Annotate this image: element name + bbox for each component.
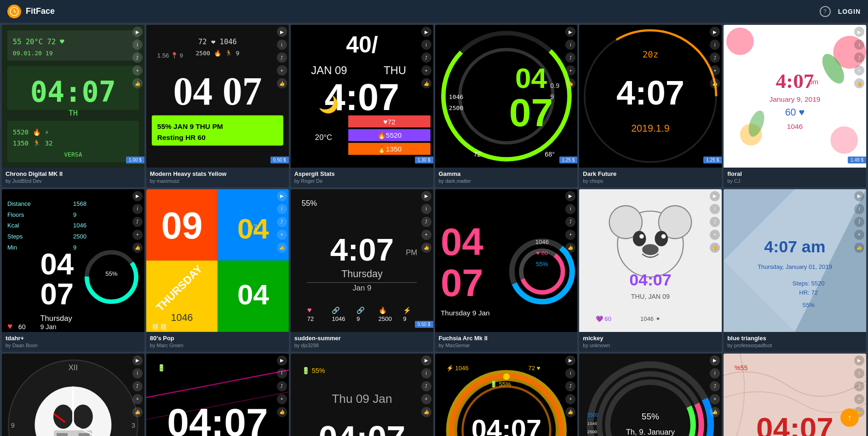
add-button[interactable]: + <box>421 394 431 404</box>
add-button[interactable]: + <box>132 230 143 240</box>
like-button[interactable]: 👍 <box>854 78 864 88</box>
add-button[interactable]: + <box>565 394 575 404</box>
share-button[interactable]: ⤴ <box>421 217 431 227</box>
add-button[interactable]: + <box>277 230 287 240</box>
add-button[interactable]: + <box>710 394 720 404</box>
share-button[interactable]: ⤴ <box>421 381 431 391</box>
card-fire-ring[interactable]: ⚡ 1046 72 ♥ 🔋 55% 04:07 9 Jan ▶ i ⤴ + 👍 … <box>435 354 578 436</box>
play-button[interactable]: ▶ <box>854 191 864 201</box>
like-button[interactable]: 👍 <box>710 407 720 417</box>
like-button[interactable]: 👍 <box>132 243 143 253</box>
play-button[interactable]: ▶ <box>277 27 287 37</box>
play-button[interactable]: ▶ <box>421 27 431 37</box>
play-button[interactable]: ▶ <box>421 355 431 366</box>
share-button[interactable]: ⤴ <box>421 52 431 63</box>
card-fuchsia-arc[interactable]: 04 07 1046 ♥ 60 55% Thursday 9 Jan ▶ <box>435 189 578 352</box>
like-button[interactable]: 👍 <box>132 78 143 88</box>
add-button[interactable]: + <box>565 230 575 240</box>
scroll-top-button[interactable]: ↑ <box>840 408 859 427</box>
share-button[interactable]: ⤴ <box>565 217 575 227</box>
play-button[interactable]: ▶ <box>565 191 575 201</box>
card-tdahr[interactable]: Distance 1568 Floors 9 Kcal 1046 Steps 2… <box>2 189 144 352</box>
card-floral[interactable]: 4:07 pm January 9, 2019 60 ♥ 1046 ▶ i ⤴ … <box>724 25 866 187</box>
info-button[interactable]: i <box>854 40 864 50</box>
info-button[interactable]: i <box>565 204 575 214</box>
login-button[interactable]: LOGIN <box>838 8 861 15</box>
card-blue-triangles[interactable]: 4:07 am Thursday, January 01, 2019 Steps… <box>724 189 866 352</box>
like-button[interactable]: 👍 <box>565 243 575 253</box>
share-button[interactable]: ⤴ <box>854 381 864 391</box>
like-button[interactable]: 👍 <box>710 243 720 253</box>
play-button[interactable]: ▶ <box>565 355 575 366</box>
share-button[interactable]: ⤴ <box>277 381 287 391</box>
add-button[interactable]: + <box>277 65 287 76</box>
info-button[interactable]: i <box>421 204 431 214</box>
card-mickey[interactable]: 04:07 THU, JAN 09 💜 60 1046 ✦ ▶ i ⤴ + 👍 … <box>579 189 722 352</box>
add-button[interactable]: + <box>854 65 864 76</box>
play-button[interactable]: ▶ <box>277 355 287 366</box>
info-button[interactable]: i <box>421 40 431 50</box>
add-button[interactable]: + <box>132 65 143 76</box>
info-button[interactable]: i <box>132 40 143 50</box>
add-button[interactable]: + <box>710 230 720 240</box>
add-button[interactable]: + <box>421 230 431 240</box>
play-button[interactable]: ▶ <box>132 191 143 201</box>
share-button[interactable]: ⤴ <box>132 381 143 391</box>
info-button[interactable]: i <box>710 368 720 378</box>
play-button[interactable]: ▶ <box>710 355 720 366</box>
info-button[interactable]: i <box>565 368 575 378</box>
info-button[interactable]: i <box>277 204 287 214</box>
share-button[interactable]: ⤴ <box>854 217 864 227</box>
card-thu-jan[interactable]: 🔋 55% Thu 09 Jan 04:07 🔗 1046 🔥 2500 🔗 9… <box>291 354 433 436</box>
like-button[interactable]: 👍 <box>421 407 431 417</box>
like-button[interactable]: 👍 <box>277 407 287 417</box>
like-button[interactable]: 👍 <box>421 243 431 253</box>
add-button[interactable]: + <box>854 230 864 240</box>
card-dark-future[interactable]: 20z 4:07 2019.1.9 ▶ i ⤴ + 👍 Dark Future … <box>579 25 722 187</box>
info-button[interactable]: i <box>277 40 287 50</box>
card-neon[interactable]: 04:07 Thursday 3 Jan 🔋 ♥ 60 ⚡ 1046 📍 0.9… <box>146 354 289 436</box>
card-gamma[interactable]: 1046 2500 04 07 72 68° 0.9 9 ▶ i ⤴ + 👍 <box>435 25 578 187</box>
card-sudden-summer[interactable]: 55% 4:07 PM Thursday Jan 9 ♥ 72 🔗 1046 🔗… <box>291 189 433 352</box>
like-button[interactable]: 👍 <box>421 78 431 88</box>
add-button[interactable]: + <box>854 394 864 404</box>
like-button[interactable]: 👍 <box>854 243 864 253</box>
info-button[interactable]: i <box>565 40 575 50</box>
play-button[interactable]: ▶ <box>132 355 143 366</box>
share-button[interactable]: ⤴ <box>565 381 575 391</box>
play-button[interactable]: ▶ <box>565 27 575 37</box>
share-button[interactable]: ⤴ <box>710 217 720 227</box>
info-button[interactable]: i <box>277 368 287 378</box>
play-button[interactable]: ▶ <box>132 27 143 37</box>
help-button[interactable]: ? <box>820 6 831 17</box>
info-button[interactable]: i <box>710 204 720 214</box>
share-button[interactable]: ⤴ <box>132 52 143 63</box>
info-button[interactable]: i <box>132 368 143 378</box>
play-button[interactable]: ▶ <box>854 27 864 37</box>
play-button[interactable]: ▶ <box>710 191 720 201</box>
info-button[interactable]: i <box>854 368 864 378</box>
like-button[interactable]: 👍 <box>277 78 287 88</box>
play-button[interactable]: ▶ <box>710 27 720 37</box>
card-circles[interactable]: 2500 1046 2500 55% Th, 9. January 04:07 … <box>579 354 722 436</box>
info-button[interactable]: i <box>854 204 864 214</box>
share-button[interactable]: ⤴ <box>277 52 287 63</box>
share-button[interactable]: ⤴ <box>710 52 720 63</box>
like-button[interactable]: 👍 <box>710 78 720 88</box>
info-button[interactable]: i <box>132 204 143 214</box>
like-button[interactable]: 👍 <box>132 407 143 417</box>
card-modern-heavy[interactable]: 72 ❤ 1046 2500 🔥 🏃 9 1.56 📍 9 04 07 55% … <box>146 25 289 187</box>
card-starwars[interactable]: XII 3 9 VI <box>2 354 144 436</box>
add-button[interactable]: + <box>565 65 575 76</box>
card-80spop[interactable]: 09 04 07 THURSDAY 04 1046 ⛓ ⛓ ▶ i ⤴ <box>146 189 289 352</box>
like-button[interactable]: 👍 <box>277 243 287 253</box>
add-button[interactable]: + <box>277 394 287 404</box>
card-chrono-digital-mk2[interactable]: 55 20°C 72 ♥ 09.01.20 19 04:07 TH 5520 🔥… <box>2 25 144 187</box>
info-button[interactable]: i <box>710 40 720 50</box>
add-button[interactable]: + <box>132 394 143 404</box>
share-button[interactable]: ⤴ <box>277 217 287 227</box>
share-button[interactable]: ⤴ <box>710 381 720 391</box>
share-button[interactable]: ⤴ <box>132 217 143 227</box>
like-button[interactable]: 👍 <box>565 78 575 88</box>
card-aspergit[interactable]: 40/ JAN 09 THU 4:07 🌙 ♥72 🔥5520 🔥1350 20… <box>291 25 433 187</box>
